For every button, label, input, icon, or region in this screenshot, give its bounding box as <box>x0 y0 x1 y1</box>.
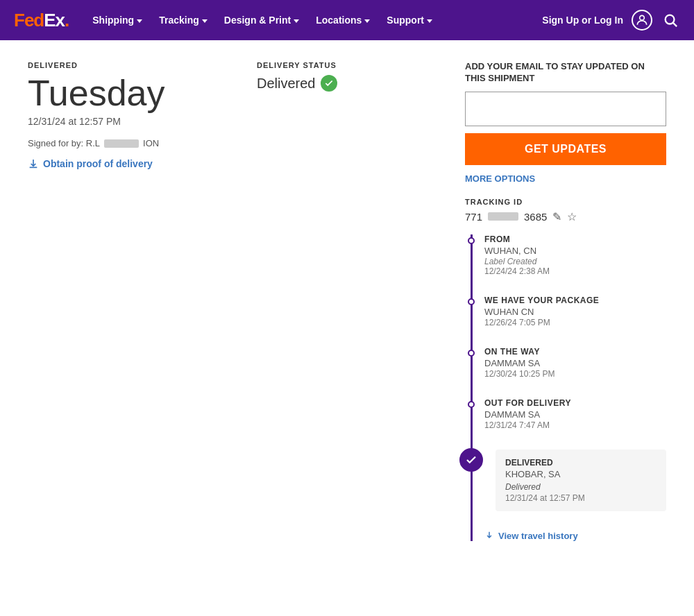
timeline-dot <box>468 237 475 244</box>
email-input[interactable] <box>465 92 666 126</box>
timeline-event-location: WUHAN CN <box>484 307 666 317</box>
delivered-date: 12/31/24 at 12:57 PM <box>505 493 657 503</box>
timeline-event-title: ON THE WAY <box>484 347 666 357</box>
nav-item-shipping[interactable]: Shipping <box>85 10 149 30</box>
tracking-id-row: 771 3685 ✎ ☆ <box>465 210 666 223</box>
label-created-text: Label Created <box>484 257 666 266</box>
email-section-title: ADD YOUR EMAIL TO STAY UPDATED ON THIS S… <box>465 61 666 85</box>
timeline: FROM WUHAN, CN Label Created 12/24/24 2:… <box>465 234 666 541</box>
fedex-logo[interactable]: FedEx. <box>14 10 69 31</box>
edit-tracking-icon[interactable]: ✎ <box>552 210 561 223</box>
svg-line-2 <box>673 23 677 26</box>
nav-item-support[interactable]: Support <box>380 10 439 30</box>
delivery-day: Tuesday <box>28 74 229 113</box>
left-panel: DELIVERED Tuesday 12/31/24 at 12:57 PM S… <box>28 61 229 541</box>
right-panel: ADD YOUR EMAIL TO STAY UPDATED ON THIS S… <box>465 61 666 541</box>
nav-item-tracking[interactable]: Tracking <box>152 10 214 30</box>
signed-for-text: Signed for by: R.L ION <box>28 138 229 148</box>
chevron-down-icon <box>137 19 142 23</box>
chevron-down-icon <box>294 19 299 23</box>
navbar: FedEx. Shipping Tracking Design & Print … <box>0 0 694 40</box>
timeline-event-date: 12/24/24 2:38 AM <box>484 266 666 276</box>
timeline-item: OUT FOR DELIVERY DAMMAM SA 12/31/24 7:47… <box>484 398 666 430</box>
delivery-datetime: 12/31/24 at 12:57 PM <box>28 116 229 127</box>
main-content: DELIVERED Tuesday 12/31/24 at 12:57 PM S… <box>0 40 694 562</box>
status-text: Delivered <box>257 76 315 92</box>
delivered-card: DELIVERED KHOBAR, SA Delivered 12/31/24 … <box>496 450 666 511</box>
chevron-down-icon <box>427 19 432 23</box>
svg-point-0 <box>640 15 645 20</box>
chevron-down-icon <box>202 19 208 23</box>
nav-item-design-print[interactable]: Design & Print <box>217 10 306 30</box>
delivered-title: DELIVERED <box>505 458 657 468</box>
proof-of-delivery-link[interactable]: Obtain proof of delivery <box>28 158 229 169</box>
more-options-link[interactable]: MORE OPTIONS <box>465 173 666 184</box>
timeline-event-location: DAMMAM SA <box>484 358 666 368</box>
view-travel-history-link[interactable]: View travel history <box>484 531 666 541</box>
status-row: Delivered <box>257 75 437 92</box>
tracking-id-redacted <box>488 212 518 221</box>
tracking-id-label: TRACKING ID <box>465 198 666 206</box>
timeline-item: FROM WUHAN, CN Label Created 12/24/24 2:… <box>484 234 666 276</box>
status-check-icon <box>321 75 337 92</box>
timeline-item-delivered: DELIVERED KHOBAR, SA Delivered 12/31/24 … <box>484 450 666 511</box>
timeline-delivered-dot <box>459 448 483 472</box>
star-tracking-icon[interactable]: ☆ <box>567 210 577 223</box>
chevron-down-icon <box>364 19 370 23</box>
timeline-event-date: 12/30/24 10:25 PM <box>484 369 666 379</box>
timeline-event-title: FROM <box>484 234 666 244</box>
search-button[interactable] <box>661 10 680 30</box>
sign-in-link[interactable]: Sign Up or Log In <box>542 15 623 26</box>
delivery-status-label: DELIVERY STATUS <box>257 61 437 69</box>
delivered-badge: DELIVERED <box>28 61 229 69</box>
delivered-location: KHOBAR, SA <box>505 469 657 479</box>
timeline-event-date: 12/31/24 7:47 AM <box>484 420 666 430</box>
download-icon <box>28 158 39 169</box>
timeline-event-title: WE HAVE YOUR PACKAGE <box>484 296 666 305</box>
middle-panel: DELIVERY STATUS Delivered <box>257 61 437 541</box>
get-updates-button[interactable]: GET UPDATES <box>465 133 666 165</box>
nav-links: Shipping Tracking Design & Print Locatio… <box>85 10 536 30</box>
timeline-item: ON THE WAY DAMMAM SA 12/30/24 10:25 PM <box>484 347 666 379</box>
timeline-line <box>471 234 473 541</box>
redacted-name <box>104 139 139 148</box>
timeline-event-title: OUT FOR DELIVERY <box>484 398 666 408</box>
tracking-id-section: TRACKING ID 771 3685 ✎ ☆ FROM WUHAN, CN … <box>465 198 666 541</box>
tracking-id-end: 3685 <box>524 211 547 223</box>
timeline-event-location: DAMMAM SA <box>484 409 666 420</box>
user-avatar[interactable] <box>632 10 652 31</box>
delivered-status-text: Delivered <box>505 482 657 492</box>
timeline-dot <box>468 350 475 357</box>
tracking-id-start: 771 <box>465 211 482 223</box>
timeline-dot <box>468 298 475 305</box>
nav-right: Sign Up or Log In <box>542 10 680 31</box>
nav-item-locations[interactable]: Locations <box>309 10 377 30</box>
timeline-event-date: 12/26/24 7:05 PM <box>484 318 666 327</box>
timeline-dot <box>468 401 475 408</box>
timeline-item: WE HAVE YOUR PACKAGE WUHAN CN 12/26/24 7… <box>484 296 666 327</box>
timeline-event-location: WUHAN, CN <box>484 246 666 256</box>
svg-point-1 <box>666 15 675 24</box>
